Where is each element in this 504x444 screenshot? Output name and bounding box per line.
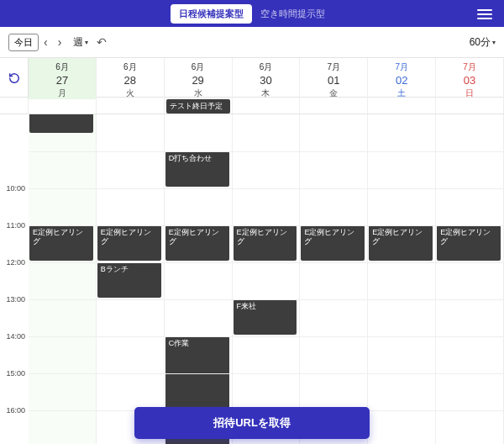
calendar-header: 6月27月6月28火6月29水6月30木7月01金7月02土7月03日 xyxy=(0,57,504,98)
allday-cell[interactable] xyxy=(300,98,368,114)
day-header[interactable]: 6月27月 xyxy=(29,58,97,99)
calendar-grid[interactable]: 10:0011:0012:0013:0014:0015:0016:0017:00… xyxy=(0,114,504,444)
day-column[interactable]: E定例ヒアリング xyxy=(29,114,97,444)
day-header[interactable]: 6月28火 xyxy=(97,58,165,99)
day-date: 30 xyxy=(233,73,300,88)
allday-cell[interactable] xyxy=(29,98,97,114)
time-scale: 10:0011:0012:0013:0014:0015:0016:0017:00… xyxy=(0,114,29,444)
calendar-event[interactable] xyxy=(29,114,93,133)
day-month: 6月 xyxy=(29,61,96,73)
day-column[interactable]: E定例ヒアリング xyxy=(368,114,436,444)
tab-free-time[interactable]: 空き時間提示型 xyxy=(252,4,333,24)
day-header[interactable]: 7月02土 xyxy=(368,58,436,99)
get-invite-url-button[interactable]: 招待URLを取得 xyxy=(134,407,370,439)
allday-cell[interactable]: テスト終日予定 xyxy=(165,98,233,114)
allday-cell[interactable] xyxy=(233,98,301,114)
prev-button[interactable]: ‹ xyxy=(39,35,53,49)
allday-gutter xyxy=(0,98,29,114)
time-label: 12:00 xyxy=(6,258,25,267)
time-label: 14:00 xyxy=(6,332,25,341)
allday-cell[interactable] xyxy=(436,98,504,114)
calendar-event[interactable]: E定例ヒアリング xyxy=(437,225,501,261)
next-button[interactable]: › xyxy=(53,35,67,49)
calendar-event[interactable]: E定例ヒアリング xyxy=(165,225,229,261)
day-date: 27 xyxy=(29,73,96,88)
menu-icon[interactable] xyxy=(477,7,492,22)
topbar: 日程候補提案型 空き時間提示型 xyxy=(0,0,504,27)
allday-cell[interactable] xyxy=(97,98,165,114)
time-label: 16:00 xyxy=(6,406,25,415)
today-button[interactable]: 今日 xyxy=(8,34,39,51)
time-label: 10:00 xyxy=(6,184,25,193)
duration-dropdown[interactable]: 60分 ▾ xyxy=(470,35,496,50)
day-date: 28 xyxy=(97,73,164,88)
toolbar: 今日 ‹ › 週 ▾ ↶ 60分 ▾ xyxy=(0,27,504,57)
day-month: 7月 xyxy=(368,61,435,73)
time-label: 13:00 xyxy=(6,295,25,304)
chevron-down-icon: ▾ xyxy=(492,39,496,46)
day-month: 7月 xyxy=(300,61,367,73)
calendar-event[interactable]: F来社 xyxy=(234,299,297,335)
day-date: 03 xyxy=(436,73,503,88)
calendar-event[interactable]: E定例ヒアリング xyxy=(97,225,161,261)
calendar-event[interactable]: E定例ヒアリング xyxy=(369,225,433,261)
day-column[interactable]: E定例ヒアリング xyxy=(436,114,504,444)
allday-cell[interactable] xyxy=(368,98,436,114)
day-header[interactable]: 7月01金 xyxy=(300,58,368,99)
calendar: 6月27月6月28火6月29水6月30木7月01金7月02土7月03日 テスト終… xyxy=(0,57,504,444)
calendar-event[interactable]: Bランチ xyxy=(97,262,161,298)
day-month: 6月 xyxy=(97,61,164,73)
day-month: 6月 xyxy=(165,61,232,73)
chevron-down-icon: ▾ xyxy=(85,39,88,46)
view-dropdown[interactable]: 週 ▾ xyxy=(73,35,88,50)
day-column[interactable]: E定例ヒアリングBランチ xyxy=(97,114,165,444)
day-header[interactable]: 6月30木 xyxy=(233,58,301,99)
day-header[interactable]: 7月03日 xyxy=(436,58,504,99)
reload-button[interactable] xyxy=(0,58,29,99)
view-dropdown-label: 週 xyxy=(73,35,83,50)
mode-tabs: 日程候補提案型 空き時間提示型 xyxy=(171,4,333,24)
calendar-event[interactable]: E定例ヒアリング xyxy=(301,225,365,261)
day-column[interactable]: E定例ヒアリングF来社 xyxy=(233,114,301,444)
allday-event[interactable]: テスト終日予定 xyxy=(166,99,230,114)
day-column[interactable]: E定例ヒアリング xyxy=(300,114,368,444)
calendar-event[interactable]: D打ち合わせ xyxy=(165,151,229,187)
day-date: 02 xyxy=(368,73,435,88)
undo-button[interactable]: ↶ xyxy=(97,35,107,49)
calendar-event[interactable]: E定例ヒアリング xyxy=(234,225,297,261)
duration-label: 60分 xyxy=(470,35,491,50)
day-date: 29 xyxy=(165,73,232,88)
day-month: 6月 xyxy=(233,61,300,73)
tab-proposal[interactable]: 日程候補提案型 xyxy=(171,4,252,24)
day-column[interactable]: D打ち合わせE定例ヒアリングC作業 xyxy=(165,114,233,444)
day-date: 01 xyxy=(300,73,367,88)
time-label: 11:00 xyxy=(6,221,25,230)
calendar-event[interactable]: E定例ヒアリング xyxy=(29,225,93,261)
day-month: 7月 xyxy=(436,61,503,73)
day-header[interactable]: 6月29水 xyxy=(165,58,233,99)
time-label: 15:00 xyxy=(6,369,25,378)
allday-row: テスト終日予定 xyxy=(0,98,504,114)
